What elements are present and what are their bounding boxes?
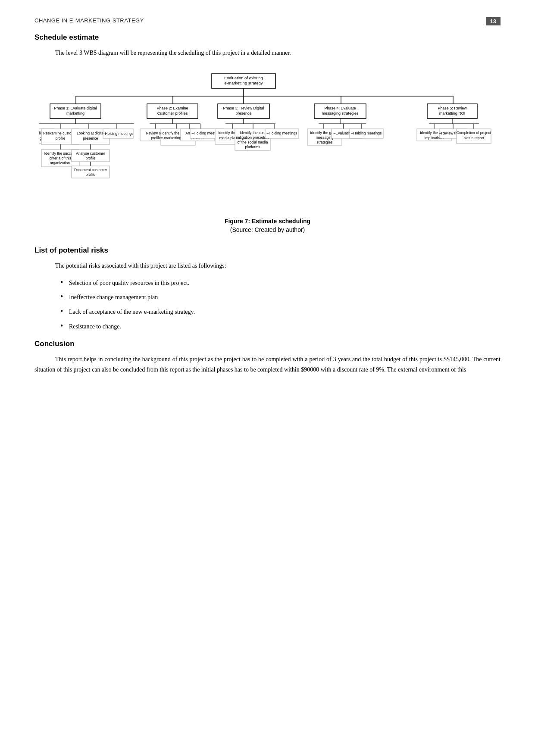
- svg-text:Evaluation of existing: Evaluation of existing: [224, 75, 263, 80]
- schedule-section: Schedule estimate The level 3 WBS diagra…: [34, 33, 501, 58]
- risks-heading: List of potential risks: [34, 246, 501, 255]
- wbs-svg-container: Evaluation of existing e-marketting stra…: [34, 70, 501, 212]
- page-number: 13: [486, 17, 501, 25]
- risk-item-3: Lack of acceptance of the new e-marketin…: [60, 307, 501, 317]
- svg-text:Phase 2: Examine: Phase 2: Examine: [156, 106, 188, 110]
- wbs-svg: Evaluation of existing e-marketting stra…: [39, 70, 496, 212]
- svg-text:e-marketting strategy: e-marketting strategy: [224, 81, 263, 85]
- document-title: CHANGE IN E-MARKETING STRATEGY: [34, 17, 144, 24]
- svg-text:Identify the cost: Identify the cost: [240, 131, 266, 135]
- svg-text:Completion of project: Completion of project: [456, 131, 491, 135]
- svg-text:profile: profile: [55, 136, 65, 141]
- svg-text:Looking at digital: Looking at digital: [77, 131, 104, 135]
- svg-text:Analyse customer: Analyse customer: [76, 151, 105, 156]
- svg-text:profile: profile: [85, 172, 95, 177]
- wbs-diagram: Evaluation of existing e-marketting stra…: [34, 70, 501, 242]
- risk-item-2: Ineffective change management plan: [60, 292, 501, 303]
- svg-text:–Holding meetings: –Holding meetings: [266, 131, 297, 135]
- page-header: CHANGE IN E-MARKETING STRATEGY 13: [34, 17, 501, 25]
- schedule-paragraph: The level 3 WBS diagram will be represen…: [34, 48, 501, 58]
- svg-text:Phase 4: Evaluate: Phase 4: Evaluate: [324, 106, 356, 110]
- svg-text:Phase 3: Review Digital: Phase 3: Review Digital: [223, 106, 264, 110]
- risks-section: List of potential risks The potential ri…: [34, 246, 501, 332]
- svg-text:mitigation procedure: mitigation procedure: [236, 135, 269, 140]
- svg-text:profile: profile: [85, 156, 95, 160]
- figure-source: (Source: Created by author): [230, 226, 305, 233]
- schedule-heading: Schedule estimate: [34, 33, 501, 42]
- svg-text:platforms: platforms: [245, 145, 260, 149]
- conclusion-paragraph: This report helps in concluding the back…: [34, 354, 501, 375]
- svg-text:Phase 5: Review: Phase 5: Review: [438, 106, 467, 110]
- svg-text:messaging: messaging: [316, 135, 333, 140]
- svg-text:marketting: marketting: [66, 111, 84, 116]
- svg-text:organization.: organization.: [50, 161, 71, 165]
- risks-paragraph: The potential risks associated with this…: [34, 261, 501, 271]
- svg-text:presence: presence: [235, 111, 251, 116]
- svg-text:of the social media: of the social media: [237, 140, 268, 144]
- svg-text:presence: presence: [83, 136, 98, 141]
- svg-text:Document customer: Document customer: [74, 168, 106, 172]
- risk-item-4: Resistance to change.: [60, 322, 501, 332]
- svg-text:Customer profiles: Customer profiles: [157, 111, 188, 116]
- svg-text:messaging strategies: messaging strategies: [322, 111, 359, 116]
- figure-caption: Figure 7: Estimate scheduling: [225, 218, 310, 225]
- svg-text:strategies: strategies: [316, 140, 332, 144]
- svg-text:–Holding meetings: –Holding meetings: [351, 131, 381, 135]
- svg-text:status report: status report: [463, 136, 484, 140]
- conclusion-section: Conclusion This report helps in concludi…: [34, 340, 501, 375]
- risk-item-1: Selection of poor quality resources in t…: [60, 278, 501, 288]
- svg-text:criteria of this: criteria of this: [49, 156, 71, 160]
- risks-bullet-list: Selection of poor quality resources in t…: [60, 278, 501, 332]
- svg-text:marketting ROI: marketting ROI: [439, 111, 465, 116]
- conclusion-heading: Conclusion: [34, 340, 501, 348]
- svg-text:–Holding meetings: –Holding meetings: [103, 131, 133, 136]
- svg-text:Phase 1: Evaluate digital: Phase 1: Evaluate digital: [54, 106, 97, 110]
